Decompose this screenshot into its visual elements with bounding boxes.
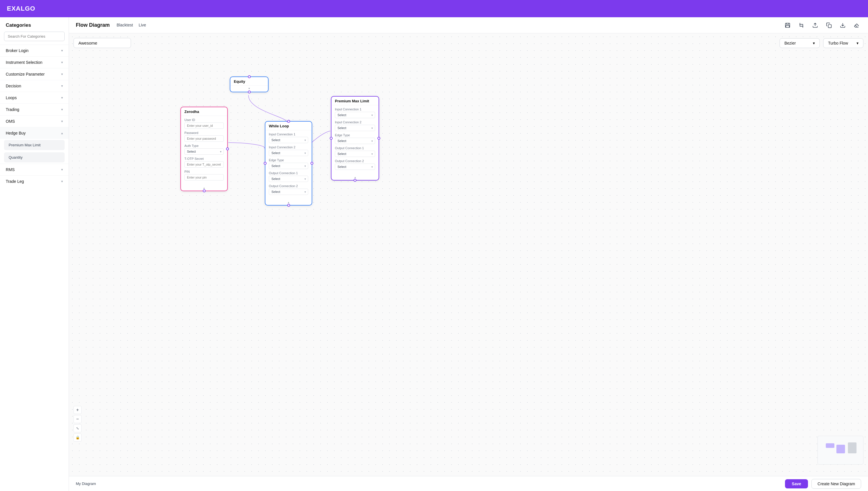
premium-input1-label: Input Connection 1: [335, 108, 375, 111]
sidebar-item-rms[interactable]: RMS ▾: [0, 164, 69, 175]
connector-bottom[interactable]: [353, 179, 356, 182]
connector-bottom[interactable]: [248, 91, 251, 93]
connector-bottom[interactable]: [203, 190, 206, 192]
premium-output1-wrapper: Select: [335, 151, 375, 157]
while-output2-wrapper: Select: [269, 189, 308, 195]
zerodha-userid-field: User ID: [184, 118, 224, 129]
zerodha-totp-input[interactable]: [184, 161, 224, 168]
premium-output1-field: Output Connection 1 Select: [335, 146, 375, 157]
node-equity[interactable]: Equity ▾: [230, 77, 269, 92]
sidebar-item-instrument-selection[interactable]: Instrument Selection ▾: [0, 56, 69, 68]
premium-input1-select[interactable]: Select: [335, 112, 375, 118]
sidebar-item-trade-leg[interactable]: Trade Leg ▾: [0, 175, 69, 187]
chevron-down-icon: ▾: [61, 84, 63, 88]
while-output2-select[interactable]: Select: [269, 189, 308, 195]
mini-map-node-3: [848, 442, 857, 453]
fit-view-btn[interactable]: ⤡: [73, 424, 82, 432]
while-input2-select[interactable]: Select: [269, 150, 308, 156]
connector-bottom[interactable]: [287, 204, 290, 207]
sidebar-item-label: RMS: [6, 167, 14, 172]
node-premium-max-limit[interactable]: Premium Max Limit Input Connection 1 Sel…: [331, 96, 379, 180]
sidebar-sub-item-label: Premium Max Limit: [9, 143, 40, 147]
node-zerodha[interactable]: Zerodha User ID Password Auth Type: [180, 107, 228, 191]
while-edgetype-field: Edge Type Select: [269, 158, 308, 169]
sidebar-item-broker-login[interactable]: Broker Login ▾: [0, 45, 69, 56]
premium-input1-wrapper: Select: [335, 112, 375, 118]
download-icon-btn[interactable]: [838, 21, 847, 30]
chevron-down-icon: ▾: [61, 49, 63, 53]
sidebar-item-trading[interactable]: Trading ▾: [0, 104, 69, 115]
sidebar-item-label: Decision: [6, 84, 21, 88]
zerodha-authtype-label: Auth Type: [184, 144, 224, 147]
sidebar-item-label: OMS: [6, 119, 15, 124]
sidebar-item-customize-parameter[interactable]: Customize Parameter ▾: [0, 68, 69, 80]
premium-input2-select[interactable]: Select: [335, 125, 375, 131]
sidebar-item-label: Trading: [6, 107, 19, 112]
sidebar-item-oms[interactable]: OMS ▾: [0, 115, 69, 127]
sidebar-item-decision[interactable]: Decision ▾: [0, 80, 69, 92]
zerodha-password-input[interactable]: [184, 136, 224, 142]
premium-edgetype-select[interactable]: Select: [335, 138, 375, 144]
sidebar-item-hedge-buy[interactable]: Hedge Buy ▴: [0, 127, 69, 139]
copy-icon-btn[interactable]: [824, 21, 834, 30]
connector-left[interactable]: [330, 137, 333, 140]
svg-rect-2: [828, 24, 832, 28]
node-while-loop-title: While Loop: [266, 122, 312, 130]
new-diagram-button[interactable]: Create New Diagram: [811, 479, 861, 489]
diagram-name-input[interactable]: [73, 38, 131, 48]
flow-type-dropdown[interactable]: Turbo Flow ▾: [823, 38, 863, 48]
while-input1-select[interactable]: Select: [269, 137, 308, 143]
connector-right[interactable]: [377, 137, 380, 140]
chevron-down-icon: ▾: [61, 60, 63, 64]
search-input[interactable]: [4, 32, 65, 41]
save-icon-btn[interactable]: [783, 21, 792, 30]
zoom-out-btn[interactable]: −: [73, 415, 82, 423]
node-while-loop[interactable]: While Loop Input Connection 1 Select Inp…: [265, 121, 312, 206]
while-edgetype-select[interactable]: Select: [269, 163, 308, 169]
while-input2-field: Input Connection 2 Select: [269, 145, 308, 156]
premium-output1-select[interactable]: Select: [335, 151, 375, 157]
save-button[interactable]: Save: [785, 479, 808, 488]
canvas-area[interactable]: Bezier ▾ Turbo Flow ▾: [69, 33, 868, 476]
premium-edgetype-field: Edge Type Select: [335, 134, 375, 144]
premium-output2-select[interactable]: Select: [335, 164, 375, 170]
premium-output1-label: Output Connection 1: [335, 146, 375, 150]
zerodha-authtype-select[interactable]: Select: [184, 148, 224, 155]
sidebar-sub-item-quantity[interactable]: Quantity: [4, 152, 65, 163]
sidebar-item-loops[interactable]: Loops ▾: [0, 92, 69, 104]
chevron-down-icon: ▾: [61, 168, 63, 172]
chevron-down-icon: ▾: [857, 41, 859, 46]
eraser-icon-btn[interactable]: [852, 21, 861, 30]
crop-icon-btn[interactable]: [797, 21, 806, 30]
flow-type-label: Turbo Flow: [828, 41, 848, 46]
zoom-in-btn[interactable]: +: [73, 406, 82, 414]
connector-top[interactable]: [287, 120, 290, 123]
toolbar-icons: [783, 21, 861, 30]
zerodha-totp-label: T-OTP Secret: [184, 157, 224, 161]
connector-left[interactable]: [264, 162, 267, 165]
zoom-controls: + − ⤡ 🔒: [73, 406, 82, 441]
while-edgetype-label: Edge Type: [269, 158, 308, 162]
toolbar: Flow Diagram Blacktest Live: [69, 17, 868, 33]
sidebar-item-label: Broker Login: [6, 48, 28, 53]
premium-input2-label: Input Connection 2: [335, 120, 375, 124]
lock-btn[interactable]: 🔒: [73, 434, 82, 441]
tab-blacktest[interactable]: Blacktest: [117, 22, 133, 29]
chevron-down-icon: ▾: [61, 119, 63, 123]
dot-grid-background: [69, 33, 868, 476]
premium-input2-wrapper: Select: [335, 125, 375, 131]
zerodha-userid-input[interactable]: [184, 122, 224, 129]
tab-live[interactable]: Live: [139, 22, 146, 29]
zerodha-password-field: Password: [184, 131, 224, 142]
curve-type-dropdown[interactable]: Bezier ▾: [779, 38, 820, 48]
zerodha-pin-input[interactable]: [184, 174, 224, 180]
export-icon-btn[interactable]: [811, 21, 820, 30]
while-output1-select[interactable]: Select: [269, 176, 308, 182]
sidebar-item-label: Hedge Buy: [6, 131, 26, 136]
connector-right[interactable]: [226, 147, 229, 150]
chevron-down-icon: ▾: [61, 108, 63, 112]
connector-top[interactable]: [248, 75, 251, 78]
mini-map: [817, 436, 863, 465]
sidebar-sub-item-premium-max-limit[interactable]: Premium Max Limit: [4, 140, 65, 150]
connector-right[interactable]: [310, 162, 313, 165]
